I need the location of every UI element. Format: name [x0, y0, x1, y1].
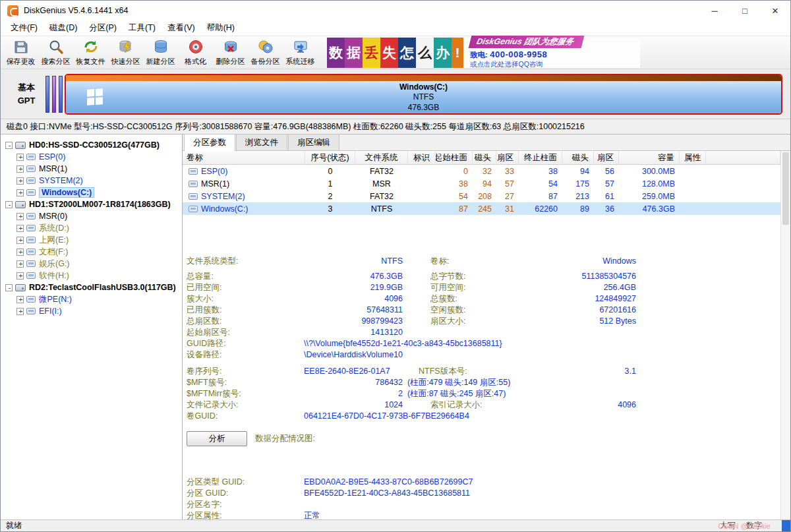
table-row-windows-selected[interactable]: Windows(C:) 3 NTFS 87 245 31 62260 89 36… [183, 202, 780, 215]
selected-partition-bar[interactable]: Windows(C:) NTFS 476.3GB [65, 74, 782, 115]
menu-file[interactable]: 文件(F) [5, 20, 44, 36]
collapse-icon[interactable] [5, 142, 13, 149]
column-header[interactable]: 容量 [619, 151, 680, 164]
system-migration-button[interactable]: 系统迁移 [283, 38, 318, 68]
tree-partition-e[interactable]: 上网(E:) [1, 234, 182, 246]
cell-end-sector: 56 [594, 165, 619, 177]
expand-icon[interactable] [16, 260, 24, 268]
table-row-system[interactable]: SYSTEM(2) 2 FAT32 54 208 27 87 213 61 25… [183, 190, 780, 202]
promo-tiles: 数 据 丢 失 怎 么 办 ! [327, 38, 463, 68]
tree-partition-system[interactable]: SYSTEM(2) [1, 175, 182, 187]
tab-partition-params[interactable]: 分区参数 [184, 134, 235, 151]
table-header: 卷标 序号(状态) 文件系统 标识 起始柱面 磁头 扇区 终止柱面 磁头 扇区 … [183, 151, 780, 165]
expand-icon[interactable] [16, 225, 24, 232]
expand-icon[interactable] [16, 213, 24, 220]
cell-start-sector: 57 [496, 177, 519, 190]
volume-label: Windows(C:) [201, 204, 249, 214]
tree-partition-msr1[interactable]: MSR(1) [1, 163, 182, 175]
small-partition-bars[interactable] [45, 76, 63, 113]
tab-sector-edit[interactable]: 扇区编辑 [288, 134, 339, 150]
column-header[interactable]: 起始柱面 [436, 151, 473, 164]
scrollbar-thumb[interactable] [782, 152, 789, 225]
cell-flag [408, 190, 436, 202]
tree-partition-d[interactable]: 系统(D:) [1, 222, 182, 234]
delete-partition-button[interactable]: 删除分区 [213, 38, 248, 68]
expand-icon[interactable] [16, 296, 24, 303]
partition-bar-system[interactable] [59, 76, 63, 113]
tree-partition-f[interactable]: 文档(F:) [1, 246, 182, 258]
minimize-button[interactable]: ─ [699, 1, 730, 20]
new-partition-button[interactable]: 新建分区 [143, 38, 178, 68]
disk-icon [15, 201, 26, 208]
tab-browse-files[interactable]: 浏览文件 [236, 134, 287, 150]
cell-capacity: 128.0MB [619, 177, 680, 190]
promo-contact: DiskGenius 团队为您服务 致电: 400-008-9958 或点击此处… [463, 38, 640, 68]
tree-partition-windows-c[interactable]: Windows(C:) [1, 187, 182, 198]
title-bar[interactable]: DiskGenius V5.4.6.1441 x64 ─ □ ✕ [1, 1, 790, 20]
collapse-icon[interactable] [5, 284, 13, 291]
tree-disk-hd0[interactable]: HD0:HS-SSD-CC300512G(477GB) [1, 139, 182, 151]
system-migration-icon [293, 39, 308, 56]
column-header[interactable]: 属性 [680, 151, 706, 164]
tree-partition-g[interactable]: 娱乐(G:) [1, 258, 182, 270]
tree-partition-h[interactable]: 软件(H:) [1, 270, 182, 281]
tree-partition-esp[interactable]: ESP(0) [1, 151, 182, 163]
expand-icon[interactable] [16, 189, 24, 196]
column-header[interactable]: 扇区 [594, 151, 619, 164]
partition-bar-msr[interactable] [52, 76, 56, 113]
column-header[interactable]: 卷标 [183, 151, 305, 164]
column-header[interactable]: 序号(状态) [305, 151, 355, 164]
expand-icon[interactable] [16, 177, 24, 185]
vertical-scrollbar[interactable] [780, 151, 790, 519]
close-button[interactable]: ✕ [760, 1, 790, 20]
column-header[interactable]: 标识 [408, 151, 436, 164]
format-button[interactable]: 格式化 [178, 38, 213, 68]
partition-icon [189, 181, 198, 187]
tree-partition-i[interactable]: EFI(I:) [1, 305, 182, 317]
expand-icon[interactable] [16, 308, 24, 315]
column-header[interactable]: 扇区 [496, 151, 519, 164]
banner-char: 么 [416, 38, 434, 68]
status-ready-text: 就绪 [6, 520, 22, 531]
expand-icon[interactable] [16, 165, 24, 173]
expand-icon[interactable] [16, 154, 24, 161]
quick-partition-icon [118, 39, 134, 56]
qq-consult-link[interactable]: 或点击此处选择QQ咨询 [470, 60, 636, 69]
cell-end-cyl: 54 [519, 177, 562, 190]
recover-files-button[interactable]: 恢复文件 [73, 38, 108, 68]
save-changes-button[interactable]: 保存更改 [3, 38, 38, 68]
expand-icon[interactable] [16, 249, 24, 256]
table-row-msr[interactable]: MSR(1) 1 MSR 38 94 57 54 175 57 128.0MB [183, 177, 780, 190]
tree-partition-msr0[interactable]: MSR(0) [1, 210, 182, 222]
tree-disk-hd1[interactable]: HD1:ST2000LM007-1R8174(1863GB) [1, 198, 182, 210]
tree-partition-n[interactable]: 微PE(N:) [1, 293, 182, 305]
menu-tools[interactable]: 工具(T) [123, 20, 161, 36]
cell-index: 2 [305, 190, 355, 202]
disk-map: 基本 GPT Windows(C:) NTFS 476.3GB [1, 69, 790, 119]
disk-info-bar: 磁盘0 接口:NVMe 型号:HS-SSD-CC300512G 序列号:3008… [1, 119, 790, 134]
menu-partition[interactable]: 分区(P) [83, 20, 123, 36]
menu-disk[interactable]: 磁盘(D) [44, 20, 83, 36]
menu-view[interactable]: 查看(V) [161, 20, 201, 36]
column-header[interactable]: 文件系统 [355, 151, 408, 164]
analyze-button[interactable]: 分析 [187, 431, 247, 446]
cell-filesystem: FAT32 [355, 190, 408, 202]
quick-partition-button[interactable]: 快速分区 [108, 38, 143, 68]
maximize-button[interactable]: □ [730, 1, 760, 20]
column-header[interactable]: 磁头 [473, 151, 496, 164]
expand-icon[interactable] [16, 237, 24, 244]
menu-help[interactable]: 帮助(H) [201, 20, 241, 36]
toolbar: 保存更改 搜索分区 恢复文件 快速分区 新建分区 格式化 删除分区 备份分区 [1, 36, 790, 69]
column-header[interactable]: 磁头 [562, 151, 594, 164]
partition-bar-esp[interactable] [45, 76, 49, 113]
tree-disk-rd2[interactable]: RD2:TeclastCoolFlashUSB3.0(117GB) [1, 281, 182, 293]
expand-icon[interactable] [16, 272, 24, 280]
backup-partition-button[interactable]: 备份分区 [248, 38, 283, 68]
search-partition-button[interactable]: 搜索分区 [38, 38, 73, 68]
table-row-esp[interactable]: ESP(0) 0 FAT32 0 32 33 38 94 56 300.0MB [183, 165, 780, 177]
promo-banner[interactable]: 数 据 丢 失 怎 么 办 ! DiskGenius 团队为您服务 致电: 40… [327, 38, 640, 68]
collapse-icon[interactable] [5, 201, 13, 208]
resize-grip[interactable] [782, 520, 790, 532]
window-controls: ─ □ ✕ [699, 1, 790, 20]
column-header[interactable]: 终止柱面 [519, 151, 562, 164]
